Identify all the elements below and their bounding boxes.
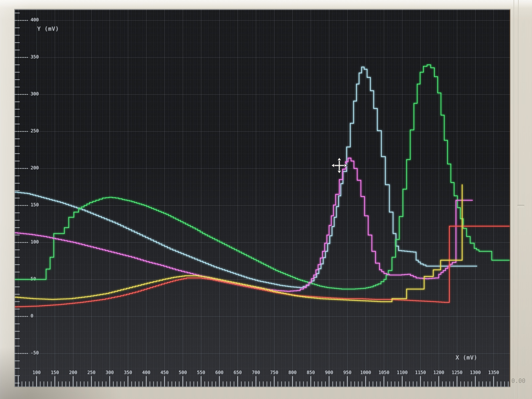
crt-screen: Y (mV) X (mV)	[15, 9, 510, 387]
bezel-seam-line-lower	[518, 209, 519, 399]
bezel-seam-line-upper	[518, 0, 519, 205]
corner-readout: 0.00	[511, 377, 526, 384]
x-axis-title: X (mV)	[456, 354, 477, 361]
plot-canvas[interactable]	[15, 9, 510, 387]
bezel-seam-notch	[517, 205, 524, 207]
bezel-seam-line	[514, 0, 514, 399]
y-axis-title: Y (mV)	[37, 25, 59, 32]
photo-of-monitor: Y (mV) X (mV) 0.00	[0, 0, 532, 399]
